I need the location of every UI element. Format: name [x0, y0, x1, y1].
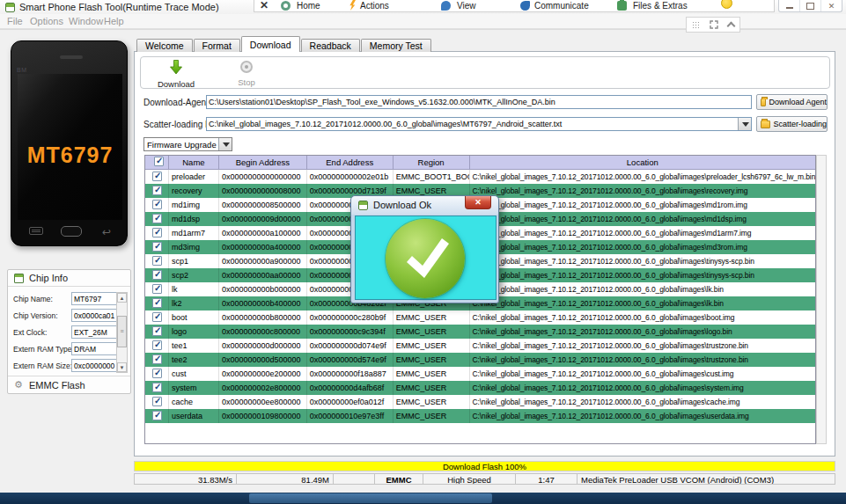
dialog-title-bar[interactable]: Download Ok ✕: [351, 196, 498, 215]
tab-download[interactable]: Download: [241, 36, 300, 52]
cell-name: logo: [169, 325, 219, 339]
cell-end: 0x000000000c9c394f: [307, 325, 394, 339]
phone-home-button: [61, 226, 82, 237]
download-agent-input[interactable]: [206, 95, 752, 109]
select-all-checkbox[interactable]: ✓: [145, 156, 169, 170]
view-icon[interactable]: [441, 1, 451, 11]
chip-info-panel: Chip Info Chip Name:MT6797Chip Version:0…: [7, 269, 131, 394]
row-checkbox[interactable]: ✓: [145, 254, 169, 268]
cell-begin: 0x000000000a900000: [219, 254, 307, 268]
row-checkbox[interactable]: ✓: [145, 409, 169, 423]
cell-end: 0x000000000d074e9f: [307, 339, 394, 353]
table-row[interactable]: ✓preloader0x00000000000000000x0000000000…: [145, 170, 815, 184]
toolbar-item-actions[interactable]: Actions: [360, 1, 389, 11]
download-button[interactable]: Download: [151, 59, 201, 88]
files-extras-icon[interactable]: [617, 1, 627, 11]
chip-info-header: Chip Info: [8, 270, 130, 287]
cell-region: EMMC_USER: [394, 409, 470, 423]
action-toolbar: Download Stop: [140, 56, 830, 89]
field-label: Chip Name:: [13, 295, 53, 303]
table-row[interactable]: ✓tee20x000000000d5000000x000000000d574e9…: [145, 353, 815, 367]
download-agent-browse-button[interactable]: Download Agent: [756, 94, 828, 110]
row-checkbox[interactable]: ✓: [145, 268, 169, 282]
communicate-icon[interactable]: [520, 1, 530, 11]
restore-button[interactable]: [800, 0, 821, 11]
close-button[interactable]: ✕: [821, 0, 842, 11]
toolbar-item-view[interactable]: View: [457, 1, 476, 11]
tab-memory-test[interactable]: Memory Test: [361, 39, 431, 52]
actions-icon[interactable]: [349, 0, 356, 11]
row-checkbox[interactable]: ✓: [145, 282, 169, 296]
minimize-button[interactable]: [779, 0, 800, 11]
chip-info-title: Chip Info: [29, 273, 68, 283]
toolbar-item-communicate[interactable]: Communicate: [534, 1, 589, 11]
table-row[interactable]: ✓cust0x000000000e2000000x000000000f18a88…: [145, 367, 815, 381]
dialog-close-button[interactable]: ✕: [465, 196, 491, 209]
row-checkbox[interactable]: ✓: [145, 212, 169, 226]
row-checkbox[interactable]: ✓: [145, 310, 169, 325]
row-checkbox[interactable]: ✓: [145, 170, 169, 184]
menu-options[interactable]: Options: [30, 16, 63, 26]
status-port: MediaTek PreLoader USB VCOM (Android) (C…: [577, 474, 835, 484]
row-checkbox[interactable]: ✓: [145, 296, 169, 310]
cell-location: C:\nikel_global_images_7.10.12_20171012.…: [470, 381, 815, 395]
feedback-smiley-icon[interactable]: [721, 0, 732, 9]
toolbar-item-home[interactable]: Home: [297, 1, 320, 11]
row-checkbox[interactable]: ✓: [145, 226, 169, 240]
home-icon[interactable]: [281, 1, 291, 11]
table-row[interactable]: ✓boot0x000000000b8000000x000000000c280b9…: [145, 310, 815, 325]
row-checkbox[interactable]: ✓: [145, 339, 169, 353]
table-row[interactable]: ✓cache0x00000000ee8000000x00000000ef0a01…: [145, 395, 815, 409]
window-controls: ✕: [778, 0, 842, 12]
row-checkbox[interactable]: ✓: [145, 325, 169, 339]
taskbar-window-button[interactable]: [249, 493, 492, 503]
mode-dropdown-arrow[interactable]: [218, 138, 232, 150]
cell-region: EMMC_BOOT1_BOOT2: [394, 170, 470, 184]
toolbar-item-files-extras[interactable]: Files & Extras: [633, 1, 688, 11]
tab-format[interactable]: Format: [194, 39, 240, 52]
scroll-up-arrow[interactable]: ▲: [117, 293, 127, 303]
flash-mode-select[interactable]: Firmware Upgrade: [143, 137, 232, 151]
stop-button[interactable]: Stop: [222, 59, 271, 88]
field-value: EXT_26M: [71, 325, 117, 339]
scatter-file-combobox[interactable]: C:\nikel_global_images_7.10.12_20171012.…: [206, 117, 752, 131]
table-scrollbar[interactable]: [816, 155, 827, 444]
grid-icon[interactable]: [692, 21, 700, 29]
tab-welcome[interactable]: Welcome: [136, 39, 193, 52]
table-row[interactable]: ✓userdata0x00000001098000000x000000010e9…: [145, 409, 815, 423]
chip-info-scrollbar[interactable]: ▲ ≡ ▼: [116, 292, 128, 373]
column-header-end: End Address: [307, 156, 394, 170]
combo-dropdown-arrow[interactable]: [738, 118, 751, 130]
cell-begin: 0x000000000aa00000: [219, 268, 307, 282]
success-check-icon: [386, 219, 465, 298]
phone-speaker: [60, 55, 83, 59]
phone-back-button: ↩: [102, 226, 111, 238]
status-usb-speed: High Speed: [423, 474, 516, 484]
row-checkbox[interactable]: ✓: [145, 395, 169, 409]
chip-model-label: MT6797: [18, 142, 122, 168]
close-icon[interactable]: ✕: [260, 0, 269, 11]
menu-help[interactable]: Help: [104, 16, 124, 26]
scroll-thumb[interactable]: ≡: [117, 316, 127, 347]
table-row[interactable]: ✓logo0x000000000c8000000x000000000c9c394…: [145, 325, 815, 339]
menu-file[interactable]: File: [7, 16, 23, 26]
table-row[interactable]: ✓tee10x000000000d0000000x000000000d074e9…: [145, 339, 815, 353]
tab-readback[interactable]: Readback: [301, 39, 360, 52]
menu-window[interactable]: Window: [69, 16, 103, 26]
row-checkbox[interactable]: ✓: [145, 184, 169, 198]
row-checkbox[interactable]: ✓: [145, 353, 169, 367]
table-header-row: ✓ Name Begin Address End Address Region …: [145, 156, 815, 170]
scroll-down-arrow[interactable]: ▼: [117, 362, 127, 372]
row-checkbox[interactable]: ✓: [145, 240, 169, 254]
chip-info-field: Chip Version:0x0000ca01: [11, 309, 117, 325]
expand-icon[interactable]: [710, 20, 718, 29]
dialog-title: Download Ok: [373, 200, 431, 210]
row-checkbox[interactable]: ✓: [145, 367, 169, 381]
chevron-up-icon[interactable]: [727, 22, 736, 31]
chip-info-field: Extern RAM Size:0xc0000000: [11, 359, 117, 376]
row-checkbox[interactable]: ✓: [145, 381, 169, 395]
row-checkbox[interactable]: ✓: [145, 198, 169, 212]
cell-begin: 0x000000000b800000: [219, 310, 307, 325]
table-row[interactable]: ✓system0x000000002e8000000x00000000d4afb…: [145, 381, 815, 395]
scatter-browse-button[interactable]: Scatter-loading: [756, 116, 828, 132]
